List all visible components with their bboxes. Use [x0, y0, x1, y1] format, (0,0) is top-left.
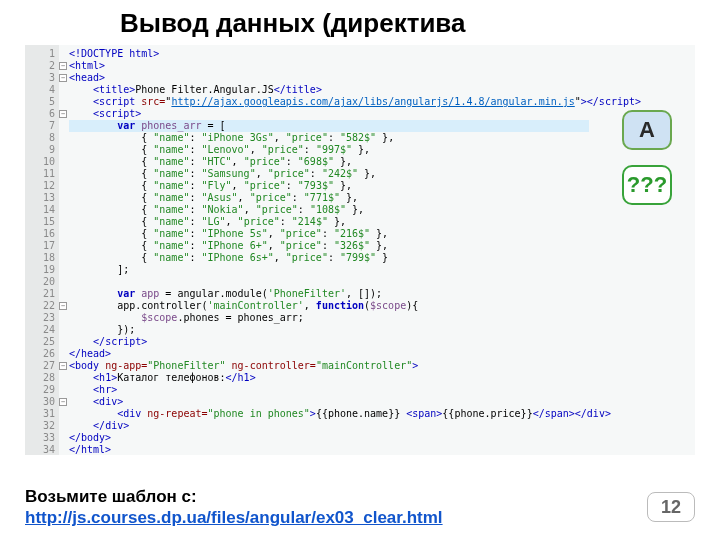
marker-a-badge: A — [622, 110, 672, 150]
code-editor: 1 2− 3− 45 6− 789101112 131415161718 192… — [25, 45, 695, 455]
marker-question-badge: ??? — [622, 165, 672, 205]
footer-note: Возьмите шаблон с: http://js.courses.dp.… — [25, 486, 443, 529]
template-link[interactable]: http://js.courses.dp.ua/files/angular/ex… — [25, 508, 443, 527]
code-area: <!DOCTYPE html> <html> <head> <title>Pho… — [69, 45, 695, 455]
page-number: 12 — [647, 492, 695, 522]
line-gutter: 1 2− 3− 45 6− 789101112 131415161718 192… — [25, 45, 59, 455]
page-title: Вывод данных (директива — [0, 0, 720, 45]
footer-label: Возьмите шаблон с: — [25, 487, 197, 506]
